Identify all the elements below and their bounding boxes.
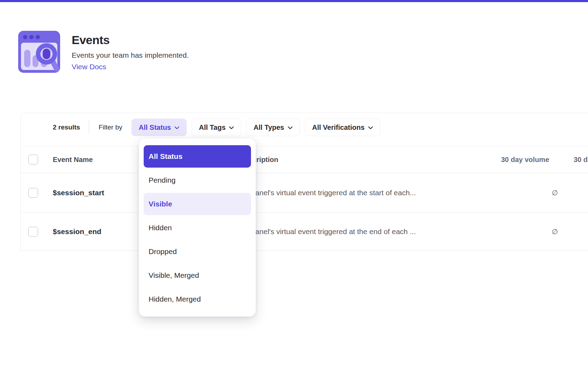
- filter-all-status[interactable]: All Status: [131, 119, 187, 136]
- row-checkbox[interactable]: [28, 188, 38, 198]
- dropdown-option-dropped[interactable]: Dropped: [144, 240, 251, 263]
- filter-all-status-label: All Status: [139, 124, 171, 132]
- status-filter-dropdown: All Status Pending Visible Hidden Droppe…: [139, 138, 256, 317]
- filter-all-tags[interactable]: All Tags: [192, 119, 241, 136]
- events-app-icon: [18, 31, 60, 73]
- column-header-event-name: Event Name: [53, 156, 93, 164]
- chevron-down-icon: [229, 126, 234, 129]
- filter-all-types[interactable]: All Types: [246, 119, 300, 136]
- chevron-down-icon: [288, 126, 293, 129]
- dropdown-option-hidden[interactable]: Hidden: [144, 217, 251, 239]
- table-row-session-end[interactable]: $session_end Mixpanel's virtual event tr…: [21, 213, 588, 251]
- page-header: Events Events your team has implemented.…: [18, 31, 189, 73]
- filter-all-verifications-label: All Verifications: [312, 124, 365, 132]
- event-name: $session_end: [53, 227, 101, 236]
- event-30-day-volume: ∅: [481, 227, 558, 236]
- table-row-session-start[interactable]: $session_start Mixpanel's virtual event …: [21, 173, 588, 213]
- dropdown-option-visible[interactable]: Visible: [144, 193, 251, 215]
- filter-all-verifications[interactable]: All Verifications: [305, 119, 380, 136]
- filter-toolbar: 2 results Filter by All Status All Tags …: [21, 113, 588, 146]
- dropdown-option-pending[interactable]: Pending: [144, 169, 251, 191]
- event-30-day-volume: ∅: [481, 189, 558, 197]
- events-card: 2 results Filter by All Status All Tags …: [20, 113, 588, 251]
- toolbar-divider: [89, 121, 89, 134]
- row-checkbox[interactable]: [28, 227, 38, 237]
- page-subtitle: Events your team has implemented.: [72, 51, 189, 59]
- chevron-down-icon: [368, 126, 373, 129]
- dropdown-option-all-status[interactable]: All Status: [144, 145, 251, 168]
- filter-by-label: Filter by: [99, 119, 122, 136]
- event-description: Mixpanel's virtual event triggered at th…: [240, 189, 416, 197]
- filter-all-types-label: All Types: [253, 124, 284, 132]
- top-accent-bar: [0, 0, 588, 2]
- results-count: 2 results: [53, 119, 80, 136]
- row-checkbox-cell: [28, 227, 38, 237]
- filter-all-tags-label: All Tags: [199, 124, 225, 132]
- column-header-30-day-queries: 30 day queries: [574, 156, 588, 164]
- view-docs-link[interactable]: View Docs: [72, 63, 106, 71]
- select-all-checkbox[interactable]: [28, 155, 38, 164]
- dropdown-option-hidden-merged[interactable]: Hidden, Merged: [144, 288, 251, 310]
- event-name: $session_start: [53, 189, 104, 197]
- select-all-checkbox-cell: [28, 155, 38, 164]
- table-header-row: Event Name Description 30 day volume 30 …: [21, 146, 588, 173]
- chevron-down-icon: [174, 126, 179, 129]
- row-checkbox-cell: [28, 188, 38, 198]
- column-header-30-day-volume: 30 day volume: [472, 156, 549, 164]
- dropdown-option-visible-merged[interactable]: Visible, Merged: [144, 264, 251, 287]
- event-description: Mixpanel's virtual event triggered at th…: [240, 227, 416, 236]
- page-title: Events: [72, 33, 189, 47]
